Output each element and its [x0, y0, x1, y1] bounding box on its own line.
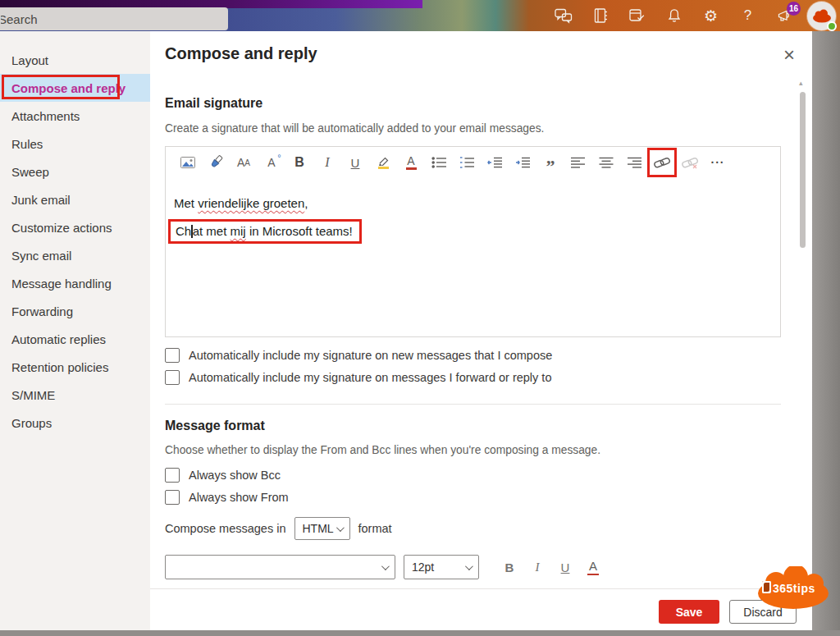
- signature-option-row: Automatically include my signature on me…: [165, 370, 551, 385]
- sidebar-item-label: Compose and reply: [11, 81, 126, 95]
- sidebar-item-label: Layout: [11, 53, 48, 67]
- decrease-indent-icon[interactable]: [481, 149, 509, 176]
- underline-icon[interactable]: U: [341, 149, 369, 176]
- sidebar-item-smime[interactable]: S/MIME: [0, 381, 150, 409]
- font-color-icon[interactable]: A: [397, 149, 425, 176]
- scrollbar-up-arrow[interactable]: ▴: [799, 79, 803, 87]
- selected-font-size: 12pt: [412, 561, 434, 574]
- highlight-color-bar: [378, 167, 389, 169]
- sidebar-item-label: Forwarding: [11, 304, 73, 318]
- chevron-down-icon: [465, 562, 473, 570]
- default-font-color-button[interactable]: A: [582, 556, 604, 578]
- default-underline-button[interactable]: U: [555, 556, 576, 578]
- settings-sidebar: Layout Compose and reply Attachments Rul…: [0, 31, 150, 630]
- avatar[interactable]: [807, 2, 836, 30]
- sidebar-item-label: Retention policies: [11, 360, 108, 374]
- font-style-buttons: B I U A: [499, 556, 604, 578]
- sidebar-item-label: Customize actions: [11, 221, 112, 235]
- signature-text-misspelled: vriendelijke groeten: [198, 196, 304, 210]
- format-painter-icon[interactable]: [202, 149, 230, 176]
- insert-link-icon[interactable]: [648, 149, 676, 176]
- signature-editor: AA A B I U A: [165, 146, 781, 337]
- remove-link-icon[interactable]: [676, 149, 704, 176]
- signature-text: in Microsoft teams!: [246, 224, 353, 238]
- chevron-down-icon: [336, 524, 344, 532]
- italic-icon[interactable]: I: [313, 149, 341, 176]
- onenote-icon[interactable]: [582, 0, 619, 31]
- text-highlight-icon[interactable]: [369, 149, 397, 176]
- sidebar-item-layout[interactable]: Layout: [0, 46, 150, 74]
- signature-text-area[interactable]: Met vriendelijke groeten, Chat met mij i…: [166, 178, 780, 338]
- insert-image-icon[interactable]: [174, 149, 202, 176]
- more-glyph: ···: [711, 156, 725, 169]
- sidebar-item-label: Sync email: [11, 249, 71, 263]
- signature-text: ,: [304, 196, 308, 210]
- selected-format-value: HTML: [303, 522, 334, 535]
- email-signature-description: Create a signature that will be automati…: [165, 122, 544, 135]
- checkbox-include-forward-reply[interactable]: [165, 370, 180, 385]
- 365tips-watermark: 365tips: [753, 566, 833, 612]
- checkbox-include-new-messages[interactable]: [165, 348, 180, 363]
- checkbox-always-show-bcc[interactable]: [165, 468, 180, 483]
- font-name-icon[interactable]: AA: [230, 149, 258, 176]
- sidebar-item-junk-email[interactable]: Junk email: [0, 185, 150, 213]
- scrollbar-thumb[interactable]: [800, 92, 806, 248]
- message-format-heading: Message format: [165, 419, 265, 433]
- bulleted-list-icon[interactable]: [425, 149, 453, 176]
- email-signature-heading: Email signature: [165, 96, 262, 111]
- sidebar-item-sweep[interactable]: Sweep: [0, 158, 150, 185]
- section-divider: [165, 404, 781, 405]
- office-logo-icon: [762, 581, 771, 593]
- compose-in-label: Compose messages in: [165, 522, 286, 535]
- align-center-icon[interactable]: [592, 149, 620, 176]
- compose-and-reply-panel: Compose and reply × ▴ Email signature Cr…: [150, 31, 812, 630]
- sidebar-item-customize-actions[interactable]: Customize actions: [0, 213, 150, 241]
- sidebar-item-sync-email[interactable]: Sync email: [0, 241, 150, 269]
- font-size-select[interactable]: 12pt: [404, 555, 479, 579]
- align-right-icon[interactable]: [620, 149, 648, 176]
- help-icon[interactable]: ?: [729, 0, 766, 31]
- sidebar-item-attachments[interactable]: Attachments: [0, 102, 150, 130]
- save-button[interactable]: Save: [659, 600, 719, 624]
- format-option-row: Always show Bcc: [165, 468, 281, 483]
- teams-chat-icon[interactable]: [545, 0, 582, 31]
- bold-icon[interactable]: B: [285, 149, 313, 176]
- signature-text-misspelled: mij: [231, 224, 246, 238]
- message-format-description: Choose whether to display the From and B…: [165, 444, 600, 456]
- sidebar-item-retention-policies[interactable]: Retention policies: [0, 353, 150, 381]
- message-format-select[interactable]: HTML: [294, 517, 350, 540]
- sidebar-item-message-handling[interactable]: Message handling: [0, 269, 150, 297]
- sidebar-item-rules[interactable]: Rules: [0, 130, 150, 158]
- page-background-gutter: [812, 31, 840, 630]
- account-avatar[interactable]: [803, 0, 840, 31]
- font-size-icon[interactable]: A: [258, 149, 285, 176]
- close-icon[interactable]: ×: [777, 43, 801, 67]
- sidebar-item-groups[interactable]: Groups: [0, 409, 150, 437]
- sidebar-item-label: S/MIME: [11, 388, 55, 402]
- todo-checklist-icon[interactable]: [619, 0, 655, 31]
- quote-icon[interactable]: ”: [536, 149, 564, 176]
- default-italic-button[interactable]: I: [527, 556, 548, 578]
- font-family-select[interactable]: [165, 555, 395, 579]
- notifications-bell-icon[interactable]: [655, 0, 692, 31]
- align-left-icon[interactable]: [564, 149, 592, 176]
- settings-gear-icon[interactable]: ⚙: [692, 0, 729, 31]
- sidebar-item-compose-and-reply[interactable]: Compose and reply: [0, 74, 150, 102]
- increase-indent-icon[interactable]: [509, 149, 536, 176]
- numbered-list-icon[interactable]: [453, 149, 481, 176]
- sidebar-item-label: Sweep: [11, 165, 49, 179]
- notification-badge: 16: [787, 2, 801, 16]
- presence-available-icon: [827, 21, 837, 31]
- font-size-glyph: A: [267, 156, 275, 169]
- sidebar-item-forwarding[interactable]: Forwarding: [0, 297, 150, 325]
- search-input[interactable]: [0, 7, 228, 30]
- whats-new-megaphone-icon[interactable]: 16: [766, 0, 803, 31]
- signature-option-row: Automatically include my signature on ne…: [165, 348, 552, 363]
- default-bold-button[interactable]: B: [499, 556, 520, 578]
- checkbox-label: Always show Bcc: [189, 469, 281, 482]
- font-name-glyph: A: [237, 156, 244, 169]
- checkbox-always-show-from[interactable]: [165, 490, 180, 505]
- more-options-icon[interactable]: ···: [704, 149, 732, 176]
- sidebar-item-automatic-replies[interactable]: Automatic replies: [0, 325, 150, 353]
- app-top-bar: ⚙ ? 16: [0, 0, 840, 31]
